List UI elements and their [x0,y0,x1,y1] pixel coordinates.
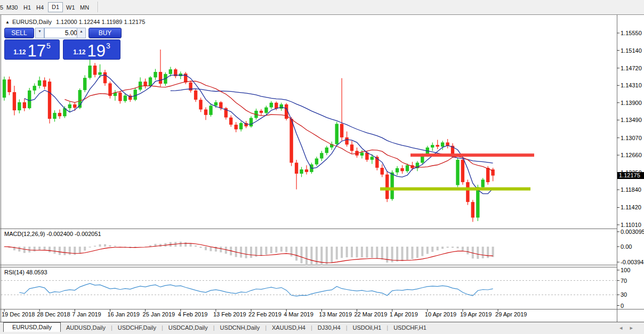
rsi-indicator-label: RSI(14) 48.0593 [4,269,47,275]
buy-price-big: 19 [87,44,106,58]
chart-ohlc-values: 1.12000 1.12244 1.11989 1.12175 [56,19,145,25]
tab-usdchf-daily[interactable]: USDCHF,Daily [112,322,162,333]
tab-usdcad-daily[interactable]: USDCAD,Daily [163,322,213,333]
chart-tab-bar: EURUSD,DailyAUDUSD,Daily|USDCHF,Daily|US… [0,322,644,334]
sell-price-box[interactable]: 1.12 17 5 [4,39,60,60]
tab-dj30-h4[interactable]: DJ30,H4 [312,322,346,333]
macd-indicator-label: MACD(12,26,9) -0.002400 -0.002051 [4,231,101,237]
sell-price-pipette: 5 [46,42,51,50]
sell-price-prefix: 1.12 [13,48,26,56]
tabs-scroll-right-icon[interactable] [626,324,637,331]
tab-usdchf-h1[interactable]: USDCHF,H1 [388,322,432,333]
volume-decrease-button[interactable] [35,28,44,38]
tab-eurusd-daily[interactable]: EURUSD,Daily [3,322,61,332]
down-arrow-icon [38,29,42,33]
buy-button[interactable]: BUY [88,28,122,38]
chart-symbol-title: EURUSD,Daily [12,19,52,25]
buy-price-pipette: 3 [106,42,110,50]
buy-price-box[interactable]: 1.12 19 3 [63,39,120,60]
tab-audusd-daily[interactable]: AUDUSD,Daily [61,322,111,333]
volume-input[interactable] [44,28,79,38]
collapse-panel-icon[interactable] [5,20,10,25]
tabs-scroll-left-icon[interactable] [616,324,626,331]
tab-scroll-arrows [616,322,637,331]
volume-increase-button[interactable] [77,28,86,38]
sell-price-big: 17 [28,44,46,58]
mt4-terminal: 5M30H1H4D1W1MN EURUSD,Daily1.12000 1.122… [0,0,644,334]
current-price-tag: 1.12175 [617,172,644,179]
sell-button[interactable]: SELL [4,28,34,38]
tab-xauusd-h4[interactable]: XAUUSD,H4 [267,322,311,333]
chart-title-bar: EURUSD,Daily1.12000 1.12244 1.11989 1.12… [5,19,145,25]
up-arrow-icon [79,29,83,33]
tab-usdoil-h1[interactable]: USDOil,H1 [348,322,387,333]
buy-price-prefix: 1.12 [73,48,85,56]
tab-usdcnh-daily[interactable]: USDCNH,Daily [215,322,265,333]
